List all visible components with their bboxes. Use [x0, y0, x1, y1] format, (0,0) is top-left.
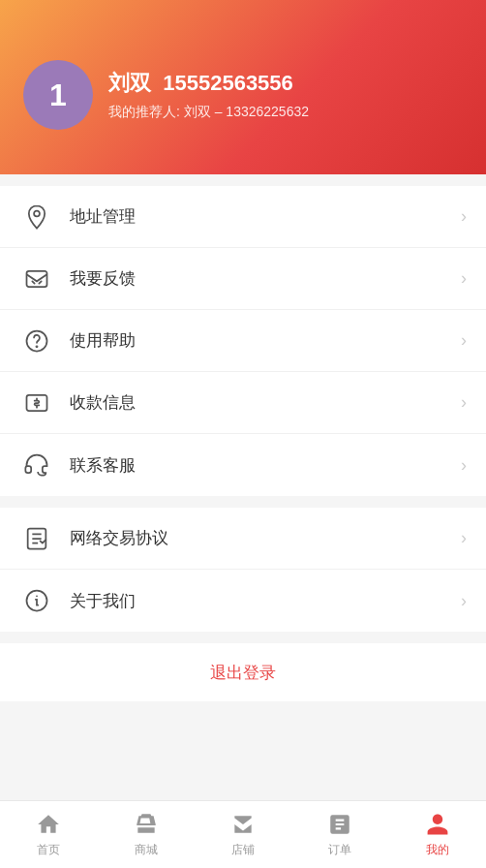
- user-referrer: 我的推荐人: 刘双 – 13326225632: [108, 104, 309, 121]
- nav-item-home[interactable]: 首页: [0, 801, 97, 868]
- logout-label: 退出登录: [210, 662, 276, 684]
- orders-icon: [326, 811, 353, 838]
- agreement-label: 网络交易协议: [70, 527, 461, 549]
- svg-point-0: [34, 210, 40, 216]
- about-label: 关于我们: [70, 590, 461, 612]
- address-label: 地址管理: [70, 205, 461, 228]
- nav-label-store: 店铺: [231, 842, 255, 858]
- bottom-nav: 首页 商城 店铺 订单 我的: [0, 800, 486, 868]
- about-arrow: ›: [461, 591, 467, 611]
- nav-label-shop: 商城: [135, 842, 158, 858]
- mine-icon: [424, 811, 451, 838]
- payment-icon: [19, 386, 54, 420]
- home-icon: [35, 811, 62, 838]
- payment-label: 收款信息: [70, 391, 461, 414]
- agreement-icon: [19, 521, 54, 556]
- feedback-arrow: ›: [461, 268, 467, 289]
- help-icon: [19, 324, 54, 358]
- profile-header: 1 刘双 15552563556 我的推荐人: 刘双 – 13326225632: [0, 0, 486, 174]
- menu-item-payment[interactable]: 收款信息 ›: [0, 372, 486, 434]
- help-arrow: ›: [461, 330, 467, 351]
- address-icon: [19, 200, 54, 234]
- agreement-arrow: ›: [461, 528, 467, 548]
- nav-item-orders[interactable]: 订单: [291, 801, 388, 868]
- service-icon: [19, 448, 54, 482]
- user-name-phone: 刘双 15552563556: [108, 69, 309, 98]
- shop-icon: [133, 811, 160, 838]
- nav-item-shop[interactable]: 商城: [97, 801, 194, 868]
- menu-item-feedback[interactable]: 我要反馈 ›: [0, 248, 486, 310]
- menu-item-about[interactable]: 关于我们 ›: [0, 570, 486, 632]
- menu-item-help[interactable]: 使用帮助 ›: [0, 310, 486, 372]
- menu-section-2: 网络交易协议 › 关于我们 ›: [0, 508, 486, 632]
- menu-item-service[interactable]: 联系客服 ›: [0, 434, 486, 496]
- user-info: 刘双 15552563556 我的推荐人: 刘双 – 13326225632: [108, 69, 309, 121]
- help-label: 使用帮助: [70, 329, 461, 352]
- svg-rect-1: [27, 270, 47, 286]
- menu-item-agreement[interactable]: 网络交易协议 ›: [0, 508, 486, 570]
- payment-arrow: ›: [461, 392, 467, 413]
- nav-label-mine: 我的: [426, 842, 449, 858]
- nav-item-mine[interactable]: 我的: [389, 801, 486, 868]
- store-icon: [229, 811, 257, 838]
- feedback-label: 我要反馈: [70, 267, 461, 290]
- nav-item-store[interactable]: 店铺: [195, 801, 291, 868]
- menu-item-address[interactable]: 地址管理 ›: [0, 186, 486, 248]
- service-arrow: ›: [461, 455, 467, 476]
- about-icon: [19, 583, 54, 618]
- address-arrow: ›: [461, 206, 467, 227]
- avatar: 1: [23, 60, 93, 130]
- service-label: 联系客服: [70, 454, 461, 477]
- menu-section-1: 地址管理 › 我要反馈 › 使用帮助 ›: [0, 186, 486, 496]
- nav-label-home: 首页: [37, 842, 60, 858]
- logout-section[interactable]: 退出登录: [0, 643, 486, 701]
- nav-label-orders: 订单: [328, 842, 351, 858]
- svg-point-3: [36, 346, 37, 347]
- feedback-icon: [19, 262, 54, 296]
